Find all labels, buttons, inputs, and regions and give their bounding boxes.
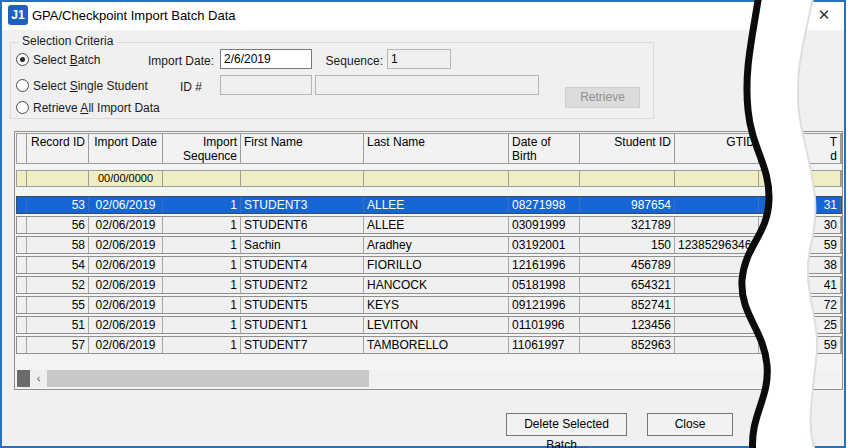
cell-sel: [17, 197, 27, 213]
cell-student_id: 654321: [580, 277, 675, 293]
cell-last_name: KEYS: [364, 297, 509, 313]
column-header-record_id[interactable]: Record ID: [27, 134, 89, 163]
table-row[interactable]: 5702/06/20191STUDENT7TAMBORELLO110619978…: [16, 336, 842, 354]
close-icon[interactable]: ✕: [812, 4, 836, 26]
column-header-gtid[interactable]: GTID: [675, 134, 759, 163]
cell-import_sequence: 1: [163, 217, 241, 233]
cell-student_id: 150: [580, 237, 675, 253]
cell-gtid: [675, 337, 759, 353]
dialog-window: J1 GPA/Checkpoint Import Batch Data Sele…: [0, 0, 846, 448]
delete-selected-batch-button[interactable]: Delete Selected Batch...: [506, 413, 627, 436]
cell-first_name: STUDENT6: [241, 217, 364, 233]
cell-import_date: 02/06/2019: [89, 337, 163, 353]
filter-cell-gtid[interactable]: [675, 171, 759, 186]
cell-import_date: 02/06/2019: [89, 197, 163, 213]
select-single-student-radio[interactable]: [16, 79, 29, 92]
column-header-frag[interactable]: T d: [801, 134, 841, 163]
filter-cell-record_id[interactable]: [27, 171, 89, 186]
title-bar[interactable]: J1 GPA/Checkpoint Import Batch Data: [2, 2, 844, 30]
cell-dob: 12161996: [509, 257, 580, 273]
retrieve-all-import-data-radio[interactable]: [16, 101, 29, 114]
cell-record_id: 53: [27, 197, 89, 213]
cell-last_name: HANCOCK: [364, 277, 509, 293]
table-row[interactable]: 5502/06/20191STUDENT5KEYS091219968527417…: [16, 296, 842, 314]
filter-cell-first_name[interactable]: [241, 171, 364, 186]
cell-import_sequence: 1: [163, 237, 241, 253]
filter-cell-import_date[interactable]: 00/00/0000: [89, 171, 163, 186]
cell-import_sequence: 1: [163, 297, 241, 313]
sequence-label: Sequence:: [323, 54, 383, 68]
filter-cell-hcol[interactable]: [759, 171, 801, 186]
cell-record_id: 57: [27, 337, 89, 353]
table-row[interactable]: 5602/06/20191STUDENT6ALLEE03091999321789…: [16, 216, 842, 234]
column-header-hcol[interactable]: H: [759, 134, 801, 163]
select-batch-radio[interactable]: [16, 53, 29, 66]
cell-student_id: 987654: [580, 197, 675, 213]
id-number-input[interactable]: [220, 75, 312, 95]
cell-gtid: [675, 277, 759, 293]
cell-student_id: 852741: [580, 297, 675, 313]
filter-cell-student_id[interactable]: [580, 171, 675, 186]
filter-cell-dob[interactable]: [509, 171, 580, 186]
cell-hcol: [759, 197, 801, 213]
cell-hcol: [759, 257, 801, 273]
cell-import_date: 02/06/2019: [89, 257, 163, 273]
cell-dob: 08271998: [509, 197, 580, 213]
scroll-left-arrow-icon[interactable]: ‹: [30, 370, 47, 387]
cell-student_id: 456789: [580, 257, 675, 273]
cell-record_id: 58: [27, 237, 89, 253]
cell-import_date: 02/06/2019: [89, 217, 163, 233]
column-header-import_sequence[interactable]: Import Sequence: [163, 134, 241, 163]
retrieve-all-import-data-label: Retrieve All Import Data: [33, 101, 160, 115]
cell-sel: [17, 317, 27, 333]
cell-frag: 38: [801, 257, 841, 273]
cell-record_id: 56: [27, 217, 89, 233]
filter-cell-sel[interactable]: [17, 171, 27, 186]
table-row[interactable]: 5402/06/20191STUDENT4FIORILLO12161996456…: [16, 256, 842, 274]
id-name-input[interactable]: [315, 75, 539, 95]
close-button[interactable]: Close: [647, 413, 733, 436]
sequence-input[interactable]: 1: [387, 49, 451, 69]
cell-import_sequence: 1: [163, 197, 241, 213]
cell-gtid: [675, 257, 759, 273]
cell-dob: 03192001: [509, 237, 580, 253]
cell-gtid: [675, 317, 759, 333]
filter-cell-frag[interactable]: [801, 171, 841, 186]
table-row[interactable]: 5202/06/20191STUDENT2HANCOCK051819986543…: [16, 276, 842, 294]
cell-frag: 30: [801, 217, 841, 233]
select-batch-label: Select Batch: [33, 53, 100, 67]
cell-last_name: ALLEE: [364, 197, 509, 213]
cell-student_id: 321789: [580, 217, 675, 233]
import-date-input[interactable]: 2/6/2019: [220, 49, 312, 69]
grid-filter-row: 00/00/0000: [16, 170, 842, 187]
filter-cell-import_sequence[interactable]: [163, 171, 241, 186]
table-row[interactable]: 5802/06/20191SachinAradhey03192001150123…: [16, 236, 842, 254]
retrieve-button[interactable]: Retrieve: [565, 87, 640, 108]
cell-record_id: 51: [27, 317, 89, 333]
cell-last_name: FIORILLO: [364, 257, 509, 273]
cell-first_name: STUDENT4: [241, 257, 364, 273]
column-header-first_name[interactable]: First Name: [241, 134, 364, 163]
screenshot-canvas: J1 GPA/Checkpoint Import Batch Data Sele…: [0, 0, 850, 448]
horizontal-scrollbar[interactable]: ‹: [17, 370, 840, 387]
column-header-student_id[interactable]: Student ID: [580, 134, 675, 163]
table-row[interactable]: 5102/06/20191STUDENT1LEVITON011019961234…: [16, 316, 842, 334]
grid-rows: 5302/06/20191STUDENT3ALLEE08271998987654…: [16, 196, 842, 356]
filter-cell-last_name[interactable]: [364, 171, 509, 186]
cell-import_sequence: 1: [163, 337, 241, 353]
cell-hcol: [759, 217, 801, 233]
cell-sel: [17, 277, 27, 293]
cell-sel: [17, 337, 27, 353]
cell-last_name: Aradhey: [364, 237, 509, 253]
cell-frag: 25: [801, 317, 841, 333]
scrollbar-track[interactable]: [47, 370, 840, 387]
cell-first_name: STUDENT3: [241, 197, 364, 213]
column-header-import_date[interactable]: Import Date: [89, 134, 163, 163]
cell-gtid: [675, 297, 759, 313]
column-header-last_name[interactable]: Last Name: [364, 134, 509, 163]
cell-last_name: TAMBORELLO: [364, 337, 509, 353]
table-row[interactable]: 5302/06/20191STUDENT3ALLEE08271998987654…: [16, 196, 842, 214]
column-header-sel[interactable]: [17, 134, 27, 163]
column-header-dob[interactable]: Date of Birth: [509, 134, 580, 163]
scrollbar-thumb[interactable]: [47, 370, 369, 387]
